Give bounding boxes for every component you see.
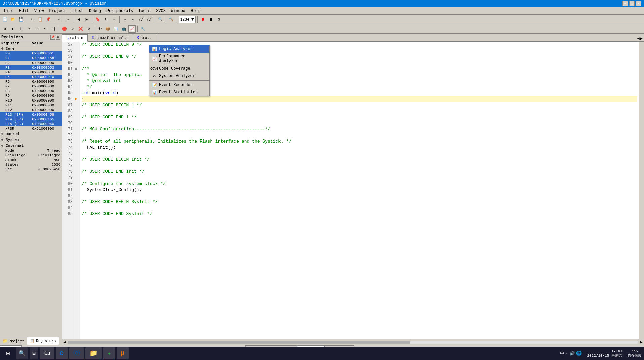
app-filemanager[interactable]: 📁	[85, 347, 102, 359]
app-explorer[interactable]: 🗂	[40, 347, 54, 359]
tb2-reset[interactable]: ↺	[1, 25, 9, 33]
tb2-mem-win[interactable]: 📦	[104, 25, 112, 33]
code-line: {	[82, 96, 637, 102]
tb2-bp-kill[interactable]: ❌	[77, 25, 84, 33]
dd-logic-analyzer[interactable]: 📊 Logic Analyzer	[149, 45, 209, 53]
tb2-stop[interactable]: ⏸	[17, 25, 25, 33]
horizontal-scrollbar[interactable]	[68, 341, 638, 344]
menu-help[interactable]: Help	[188, 8, 203, 14]
tb-target-select[interactable]: 1234 ▼	[179, 16, 196, 23]
tb2-analysis-win[interactable]: 📈	[128, 25, 136, 33]
minimize-button[interactable]: ─	[622, 1, 628, 6]
menu-tools[interactable]: Tools	[136, 8, 153, 14]
menu-svcs[interactable]: SVCS	[153, 8, 168, 14]
ime-icon[interactable]: 中	[560, 350, 564, 356]
tb2-run[interactable]: ▶	[9, 25, 17, 33]
input-icon[interactable]: ·	[566, 351, 568, 356]
tb-debug-stop[interactable]: ⏹	[207, 16, 215, 23]
table-row: R5 0x08000DE0	[0, 75, 62, 79]
menu-peripherals[interactable]: Peripherals	[104, 8, 136, 14]
gutter-cell	[75, 84, 80, 90]
dd-code-coverage[interactable]: COVG Code Coverage	[149, 65, 209, 72]
tb-back[interactable]: ◀	[75, 16, 82, 23]
tb-open[interactable]: 📂	[9, 16, 17, 23]
tb2-serial-win[interactable]: 📺	[120, 25, 128, 33]
tb-copy[interactable]: 📋	[37, 16, 44, 23]
tb-build[interactable]: 🔨	[168, 16, 175, 23]
tb-prev-bookmark[interactable]: ⬆	[102, 16, 110, 23]
gutter-cell	[75, 108, 80, 114]
gutter-cell	[75, 54, 80, 60]
menu-file[interactable]: File	[1, 8, 16, 14]
menu-window[interactable]: Window	[168, 8, 188, 14]
menu-edit[interactable]: Edit	[16, 8, 32, 14]
dd-event-recorder[interactable]: 📝 Event Recorder	[149, 81, 209, 89]
tb-sep-6	[155, 16, 155, 23]
dd-event-statistics-label: Event Statistics	[159, 90, 198, 95]
search-button[interactable]: 🔍	[16, 347, 28, 359]
col-value: Value	[31, 41, 62, 46]
tb-indent[interactable]: ⇥	[121, 16, 129, 23]
app-ie[interactable]: ⓔ	[69, 347, 84, 359]
menu-project[interactable]: Project	[46, 8, 69, 14]
tab-sta[interactable]: C sta...	[133, 34, 159, 41]
scroll-right-icon[interactable]: ▶	[640, 36, 643, 41]
dd-performance-analyzer[interactable]: 📈 Performance Analyzer	[149, 53, 209, 65]
tb-save[interactable]: 💾	[17, 16, 25, 23]
menu-debug[interactable]: Debug	[86, 8, 104, 14]
table-row: R0 0x08000D61	[0, 51, 62, 56]
tb2-perf-win[interactable]: 📊	[112, 25, 120, 33]
line-numbers: 5758596061626364656667686970717273747576…	[62, 42, 75, 339]
tb2-breakpoint[interactable]: 🔴	[61, 25, 68, 33]
tb2-run-to-cursor[interactable]: →|	[50, 25, 57, 33]
tb-uncomment[interactable]: //	[145, 16, 153, 23]
app-3[interactable]: ✦	[103, 347, 115, 359]
app-edge[interactable]: e	[56, 347, 68, 359]
tb-cut[interactable]: ✂	[29, 16, 36, 23]
tb-redo[interactable]: ↪	[64, 16, 71, 23]
panel-pin[interactable]: 📌	[50, 35, 55, 40]
editor-scrollbar-v[interactable]	[639, 42, 644, 339]
maximize-button[interactable]: □	[629, 1, 635, 6]
title-bar: D:\CUDE\1234\MDK-ARM\1234.uvprojx - µVis…	[0, 0, 644, 7]
tb-find[interactable]: 🔍	[157, 16, 164, 23]
tab-registers[interactable]: 📋 Registers	[27, 337, 59, 345]
tb-bookmark[interactable]: 🔖	[94, 16, 101, 23]
tb2-bp-disable[interactable]: ○	[69, 25, 76, 33]
code-line	[82, 163, 637, 169]
tb-forward[interactable]: ▶	[83, 16, 90, 23]
table-row: R11 0x00000000	[0, 103, 62, 108]
network-icon[interactable]: 🌐	[576, 351, 582, 356]
menu-flash[interactable]: Flash	[69, 8, 86, 14]
tab-hal-c[interactable]: C stm32f1xx_hal.c	[88, 34, 133, 41]
dd-event-statistics[interactable]: 📊 Event Statistics	[149, 89, 209, 96]
tb2-watch-win[interactable]: 👁	[96, 25, 103, 33]
volume-icon[interactable]: 🔊	[569, 351, 575, 356]
tb-unindent[interactable]: ⇤	[129, 16, 137, 23]
scroll-left-btn[interactable]: ◀	[62, 339, 67, 345]
tb2-step[interactable]: ↷	[26, 25, 33, 33]
tb2-toolbox[interactable]: 🔧	[139, 25, 147, 33]
tb2-bp-settings[interactable]: ⚙	[85, 25, 92, 33]
code-line: /* MCU Configuration--------------------…	[82, 126, 637, 132]
close-button[interactable]: ✕	[636, 1, 641, 6]
tb-comment[interactable]: //	[137, 16, 145, 23]
dd-system-analyzer[interactable]: ⚙ System Analyzer	[149, 72, 209, 80]
tab-project[interactable]: 📁 Project	[0, 337, 27, 345]
scroll-right-btn[interactable]: ▶	[639, 339, 644, 345]
menu-view[interactable]: View	[32, 8, 47, 14]
tb2-step-over[interactable]: ↩	[34, 25, 41, 33]
tab-main-c[interactable]: C main.c	[62, 34, 88, 42]
app-keil[interactable]: μ	[117, 347, 129, 359]
scroll-left-icon[interactable]: ◀	[637, 36, 640, 41]
tb-new[interactable]: 📄	[1, 16, 9, 23]
tb-debug-start[interactable]: ⏺	[199, 16, 207, 23]
tb-debug-settings[interactable]: ⚙	[215, 16, 223, 23]
tb2-step-out[interactable]: ↪	[42, 25, 49, 33]
tb-undo[interactable]: ↩	[56, 16, 63, 23]
tb-next-bookmark[interactable]: ⬇	[110, 16, 118, 23]
task-view-button[interactable]: ⊟	[30, 347, 38, 359]
panel-close[interactable]: ✕	[56, 35, 60, 40]
tb-paste[interactable]: 📌	[45, 16, 52, 23]
start-button[interactable]: ⊞	[1, 347, 15, 359]
